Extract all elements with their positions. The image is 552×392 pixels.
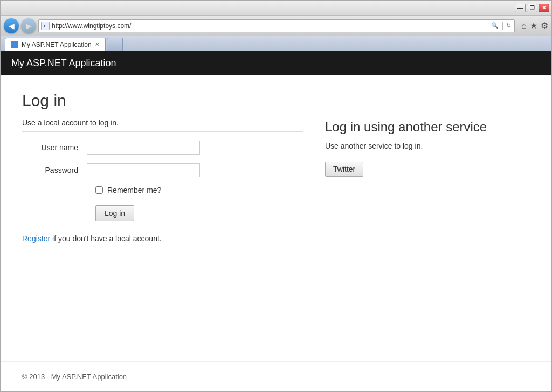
password-label: Password [22, 166, 87, 174]
active-tab[interactable]: My ASP.NET Application ✕ [5, 38, 106, 51]
back-button[interactable]: ◀ [4, 18, 19, 33]
url-text[interactable]: http://www.wingtiptoys.com/ [52, 22, 488, 30]
app-title: My ASP.NET Application [11, 58, 116, 68]
page-icon: e [41, 22, 50, 30]
title-bar-buttons: — ❐ ✕ [515, 4, 549, 12]
tab-close-button[interactable]: ✕ [95, 41, 100, 48]
login-button[interactable]: Log in [95, 205, 134, 221]
restore-button[interactable]: ❐ [527, 4, 537, 12]
password-input[interactable] [87, 163, 200, 177]
app-header: My ASP.NET Application [1, 51, 551, 75]
toolbar-right: ⌂ ★ ⚙ [521, 20, 548, 31]
remember-me-row: Remember me? [95, 186, 303, 194]
remember-me-checkbox[interactable] [95, 186, 103, 194]
search-button[interactable]: 🔍 [490, 22, 500, 29]
forward-button[interactable]: ▶ [21, 18, 36, 33]
external-login-panel: Log in using another service Use another… [325, 118, 530, 243]
tab-favicon [11, 41, 18, 48]
tab-title: My ASP.NET Application [22, 41, 92, 48]
refresh-button[interactable]: ↻ [505, 22, 512, 29]
remember-me-label: Remember me? [107, 186, 161, 194]
app-body: Log in Use a local account to log in. Us… [1, 75, 551, 361]
register-link[interactable]: Register [22, 234, 50, 243]
home-icon[interactable]: ⌂ [521, 21, 527, 31]
title-bar: — ❐ ✕ [1, 1, 551, 16]
twitter-button[interactable]: Twitter [325, 162, 363, 177]
external-login-heading: Log in using another service [325, 118, 530, 135]
minimize-button[interactable]: — [515, 4, 526, 12]
username-input[interactable] [87, 141, 200, 155]
app-footer: © 2013 - My ASP.NET Application [1, 361, 551, 391]
browser-window: — ❐ ✕ ◀ ▶ e http://www.wingtiptoys.com/ … [0, 0, 552, 392]
settings-icon[interactable]: ⚙ [541, 20, 548, 31]
local-login-subtitle: Use a local account to log in. [22, 118, 303, 132]
register-text: if you don't have a local account. [50, 234, 162, 243]
username-label: User name [22, 143, 87, 152]
page-title: Log in [22, 92, 530, 110]
new-tab[interactable] [107, 38, 123, 51]
app-chrome: My ASP.NET Application Log in Use a loca… [1, 51, 551, 391]
local-login-panel: Use a local account to log in. User name… [22, 118, 303, 243]
tab-bar: My ASP.NET Application ✕ [1, 36, 551, 51]
content-grid: Use a local account to log in. User name… [22, 118, 530, 243]
username-group: User name [22, 141, 303, 155]
footer-text: © 2013 - My ASP.NET Application [22, 373, 127, 381]
address-bar: e http://www.wingtiptoys.com/ 🔍 | ↻ [38, 19, 515, 32]
external-login-subtitle: Use another service to log in. [325, 142, 530, 155]
register-row: Register if you don't have a local accou… [22, 234, 303, 243]
password-group: Password [22, 163, 303, 177]
address-actions: 🔍 | ↻ [490, 21, 512, 31]
close-button[interactable]: ✕ [539, 4, 549, 12]
favorites-icon[interactable]: ★ [530, 20, 537, 31]
toolbar: ◀ ▶ e http://www.wingtiptoys.com/ 🔍 | ↻ … [1, 16, 551, 36]
